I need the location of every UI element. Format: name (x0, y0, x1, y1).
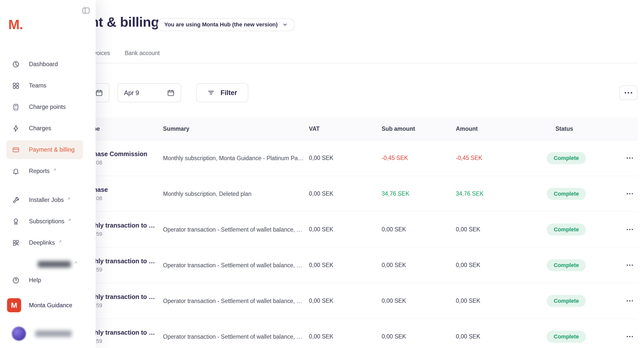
status-badge: Complete (547, 224, 586, 236)
payment-billing-icon (12, 146, 20, 154)
user-profile[interactable] (12, 327, 72, 341)
table-row[interactable]: Purchase 08 Monthly subscription, Delete… (47, 176, 638, 212)
row-summary: Operator transaction - Settlement of wal… (163, 212, 304, 247)
row-status-cell: Complete (547, 176, 586, 211)
sidebar-item-redacted[interactable] (38, 261, 71, 268)
sidebar-item-label: Reports (29, 168, 50, 175)
row-time: 08 (96, 195, 102, 202)
ellipsis-icon (625, 92, 632, 94)
row-time: 59 (96, 267, 102, 273)
sidebar-item-payment-billing[interactable]: Payment & billing (0, 139, 96, 160)
table-row[interactable]: Purchase Commission 08 Monthly subscript… (47, 140, 638, 176)
table-row[interactable]: Monthly transaction to opera… 59 Operato… (47, 319, 638, 348)
row-summary: Monthly subscription, Monta Guidance - P… (163, 140, 304, 176)
version-banner-label: You are using Monta Hub (the new version… (164, 21, 278, 28)
calendar-icon (167, 89, 175, 97)
row-status-cell: Complete (547, 140, 586, 176)
external-link-icon (73, 260, 78, 265)
main-content: Payment & billing You are using Monta Hu… (47, 0, 638, 348)
external-link-icon (58, 239, 62, 244)
sidebar-item-teams[interactable]: Teams (0, 75, 96, 96)
row-menu-button[interactable] (622, 140, 637, 176)
filter-toolbar: Apr 9 Filter (47, 83, 638, 102)
filter-button[interactable]: Filter (196, 83, 248, 102)
sidebar-item-dashboard[interactable]: Dashboard (0, 54, 96, 75)
sidebar-item-label: Dashboard (29, 61, 58, 68)
filter-button-label: Filter (220, 89, 237, 97)
row-summary: Monthly subscription, Deleted plan (163, 176, 304, 211)
status-badge: Complete (547, 259, 586, 271)
end-date-value: Apr 9 (124, 89, 139, 97)
sidebar-item-charge-points[interactable]: Charge points (0, 96, 96, 118)
sidebar-collapse-button[interactable] (81, 6, 91, 16)
sidebar-item-help[interactable]: Help (0, 270, 96, 291)
ellipsis-icon (627, 193, 633, 194)
sidebar-item-label: Charge points (29, 104, 66, 110)
column-header-amount: Amount (456, 118, 478, 140)
row-sub-amount: 0,00 SEK (382, 319, 406, 348)
sidebar-nav-help: Help (0, 270, 96, 291)
user-name-redacted (35, 330, 72, 337)
status-badge: Complete (547, 295, 586, 307)
ellipsis-icon (627, 300, 633, 301)
row-vat: 0,00 SEK (309, 140, 333, 176)
medal-icon (12, 218, 20, 225)
table-row[interactable]: Monthly transaction to opera… 59 Operato… (47, 247, 638, 283)
column-header-status: Status (555, 118, 573, 140)
table-row[interactable]: Monthly transaction to opera… 59 Operato… (47, 283, 638, 319)
row-menu-button[interactable] (622, 176, 637, 211)
sidebar-item-label: Payment & billing (29, 146, 75, 153)
row-time: 59 (96, 302, 102, 309)
tab-bank-account[interactable]: Bank account (125, 46, 159, 63)
row-status-cell: Complete (547, 319, 586, 348)
column-header-vat: VAT (309, 118, 320, 140)
row-vat: 0,00 SEK (309, 212, 333, 247)
sidebar-item-label: Installer Jobs (29, 197, 64, 203)
row-summary: Operator transaction - Settlement of wal… (163, 247, 304, 283)
dashboard-icon (12, 61, 20, 68)
sidebar-item-monta-guidance[interactable]: M Monta Guidance (7, 298, 72, 312)
row-status-cell: Complete (547, 247, 586, 283)
row-menu-button[interactable] (622, 283, 637, 319)
ellipsis-icon (627, 265, 633, 266)
reports-icon (12, 167, 20, 175)
row-vat: 0,00 SEK (309, 319, 333, 348)
avatar (12, 327, 26, 341)
row-time: 59 (96, 338, 102, 344)
ellipsis-icon (627, 336, 633, 337)
sidebar-item-label: Deeplinks (29, 239, 55, 246)
row-menu-button[interactable] (622, 212, 637, 247)
row-vat: 0,00 SEK (309, 283, 333, 319)
sidebar-nav-secondary: Installer Jobs Subscriptions Deeplinks (0, 189, 96, 253)
status-badge: Complete (547, 331, 586, 343)
row-time: 08 (96, 159, 102, 166)
row-vat: 0,00 SEK (309, 247, 333, 283)
sidebar-item-deeplinks[interactable]: Deeplinks (0, 232, 96, 253)
row-sub-amount: 34,76 SEK (382, 176, 409, 211)
sidebar-item-installer-jobs[interactable]: Installer Jobs (0, 189, 96, 211)
table-header-row: Type Summary VAT Sub amount Amount Statu… (47, 118, 638, 140)
row-menu-button[interactable] (622, 247, 637, 283)
table-row[interactable]: Monthly transaction to opera… 59 Operato… (47, 212, 638, 247)
row-amount: -0,45 SEK (456, 140, 482, 176)
charge-points-icon (12, 103, 20, 111)
monta-guidance-label: Monta Guidance (29, 302, 72, 309)
qr-code-icon (12, 239, 20, 247)
row-sub-amount: 0,00 SEK (382, 212, 406, 247)
table-more-actions-button[interactable] (619, 85, 637, 100)
sidebar-item-charges[interactable]: Charges (0, 118, 96, 139)
ellipsis-icon (627, 229, 633, 230)
end-date-input[interactable]: Apr 9 (117, 83, 181, 102)
row-summary: Operator transaction - Settlement of wal… (163, 283, 304, 319)
row-menu-button[interactable] (622, 319, 637, 348)
sidebar-item-label: Subscriptions (29, 218, 64, 225)
monta-guidance-logo: M (7, 298, 21, 312)
row-amount: 0,00 SEK (456, 247, 480, 283)
sidebar-item-reports[interactable]: Reports (0, 160, 96, 182)
charges-icon (12, 125, 20, 132)
version-banner-dropdown[interactable]: You are using Monta Hub (the new version… (157, 18, 295, 31)
external-link-icon (67, 197, 71, 201)
sidebar-item-subscriptions[interactable]: Subscriptions (0, 211, 96, 232)
row-amount: 0,00 SEK (456, 212, 480, 247)
row-status-cell: Complete (547, 283, 586, 319)
